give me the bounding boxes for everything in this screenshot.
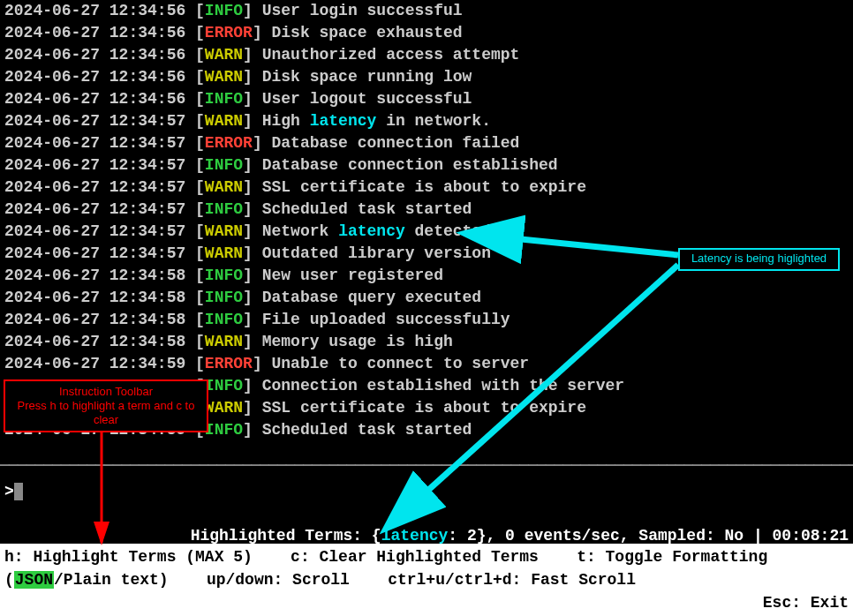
log-line: 2024-06-27 12:34:56 [WARN] Disk space ru… (4, 66, 849, 88)
log-line: 2024-06-27 12:34:57 [INFO] Database conn… (4, 154, 849, 177)
prompt-char: > (4, 483, 14, 500)
log-line: 2024-06-27 12:34:59 [ERROR] Unable to co… (4, 353, 849, 375)
callout-red-title: Instruction Toolbar (9, 385, 203, 399)
callout-cyan-text: Latency is being higlighted (691, 252, 827, 265)
log-line: 2024-06-27 12:34:56 [ERROR] Disk space e… (4, 22, 849, 44)
instruction-toolbar: h: Highlight Terms (MAX 5) c: Clear High… (0, 544, 853, 616)
log-line: 2024-06-27 12:34:58 [INFO] File uploaded… (4, 309, 849, 331)
log-line: 2024-06-27 12:34:57 [INFO] Scheduled tas… (4, 199, 849, 221)
log-line: 2024-06-27 12:34:57 [WARN] High latency … (4, 110, 849, 132)
log-line: 2024-06-27 12:34:58 [WARN] Memory usage … (4, 331, 849, 353)
prompt-line[interactable]: > (0, 481, 853, 503)
hint-fast-scroll: ctrl+u/ctrl+d: Fast Scroll (388, 571, 636, 589)
hint-clear: c: Clear Highlighted Terms (291, 548, 539, 566)
json-badge: JSON (14, 571, 54, 589)
hint-toggle: t: Toggle Formatting (577, 548, 767, 566)
status-prefix: Highlighted Terms: { (191, 527, 381, 545)
highlighted-term: latency (310, 112, 377, 130)
callout-instruction-toolbar: Instruction Toolbar Press h to highlight… (4, 379, 208, 432)
divider: ————————————————————————————————————————… (0, 454, 853, 477)
status-rest: : 2}, 0 events/sec, Sampled: No | 00:08:… (448, 527, 849, 545)
callout-red-body: Press h to highlight a term and c to cle… (9, 399, 203, 427)
status-term: latency (381, 527, 449, 545)
cursor (14, 483, 23, 500)
hint-exit: Esc: Exit (763, 594, 849, 612)
log-line: 2024-06-27 12:34:57 [WARN] Network laten… (4, 221, 849, 243)
hint-scroll: up/down: Scroll (207, 571, 350, 589)
callout-latency-highlight: Latency is being higlighted (678, 248, 840, 271)
fmt-rest: /Plain text) (54, 571, 169, 589)
log-line: 2024-06-27 12:34:58 [INFO] Database quer… (4, 287, 849, 309)
log-line: 2024-06-27 12:34:56 [INFO] User login su… (4, 0, 849, 22)
log-line: 2024-06-27 12:34:56 [WARN] Unauthorized … (4, 44, 849, 66)
log-line: 2024-06-27 12:34:57 [ERROR] Database con… (4, 132, 849, 154)
highlighted-term: latency (338, 222, 405, 240)
log-line: 2024-06-27 12:34:57 [WARN] SSL certifica… (4, 177, 849, 199)
fmt-open: ( (4, 571, 14, 589)
hint-highlight: h: Highlight Terms (MAX 5) (4, 548, 253, 566)
log-area[interactable]: 2024-06-27 12:34:56 [INFO] User login su… (0, 0, 853, 441)
status-line: Highlighted Terms: {latency: 2}, 0 event… (0, 503, 853, 547)
log-line: 2024-06-27 12:34:56 [INFO] User logout s… (4, 88, 849, 110)
